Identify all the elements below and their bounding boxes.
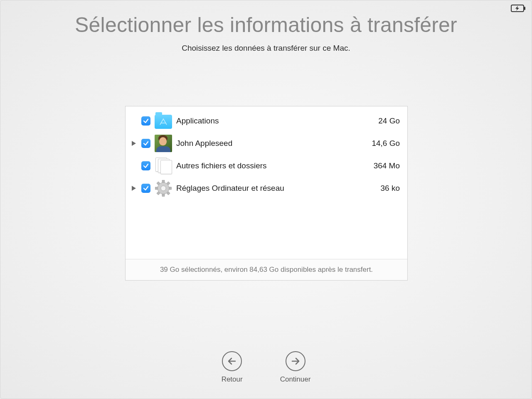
checkbox[interactable] xyxy=(141,184,150,193)
user-avatar-icon xyxy=(155,135,172,152)
svg-marker-7 xyxy=(132,186,136,191)
continue-label: Continuer xyxy=(280,375,311,384)
item-label: John Appleseed xyxy=(176,139,367,148)
documents-stack-icon xyxy=(155,157,172,175)
item-label: Autres fichiers et dossiers xyxy=(176,161,369,170)
list-item: Applications 24 Go xyxy=(131,110,402,132)
svg-marker-5 xyxy=(132,141,136,146)
item-label: Applications xyxy=(176,116,374,126)
list-item: Réglages Ordinateur et réseau 36 ko xyxy=(131,177,402,200)
item-size: 14,6 Go xyxy=(372,139,402,148)
arrow-right-icon xyxy=(286,351,305,371)
list-item: John Appleseed 14,6 Go xyxy=(131,132,402,155)
transfer-item-list: Applications 24 Go John Appleseed 14,6 G… xyxy=(126,106,407,259)
item-size: 24 Go xyxy=(378,116,402,126)
selection-summary: 39 Go sélectionnés, environ 84,63 Go dis… xyxy=(126,259,407,280)
list-item: Autres fichiers et dossiers 364 Mo xyxy=(131,155,402,177)
gear-icon xyxy=(155,180,172,197)
page-title: Sélectionner les informations à transfér… xyxy=(17,13,515,37)
checkbox[interactable] xyxy=(141,116,150,126)
svg-point-17 xyxy=(161,186,166,191)
back-button[interactable]: Retour xyxy=(222,351,243,384)
svg-rect-1 xyxy=(524,7,525,10)
continue-button[interactable]: Continuer xyxy=(280,351,311,384)
disclosure-triangle-icon[interactable] xyxy=(131,186,137,191)
battery-charging-icon xyxy=(511,5,526,14)
item-size: 36 ko xyxy=(381,184,402,193)
checkbox[interactable] xyxy=(141,161,150,170)
item-label: Réglages Ordinateur et réseau xyxy=(176,184,377,193)
disclosure-triangle-icon[interactable] xyxy=(131,141,137,146)
back-label: Retour xyxy=(222,375,243,384)
arrow-left-icon xyxy=(222,351,242,371)
applications-folder-icon xyxy=(155,112,172,130)
transfer-selection-panel: Applications 24 Go John Appleseed 14,6 G… xyxy=(125,106,408,281)
item-size: 364 Mo xyxy=(374,161,402,170)
page-subtitle: Choisissez les données à transférer sur … xyxy=(0,44,532,53)
checkbox[interactable] xyxy=(141,139,150,148)
svg-marker-2 xyxy=(515,6,519,11)
